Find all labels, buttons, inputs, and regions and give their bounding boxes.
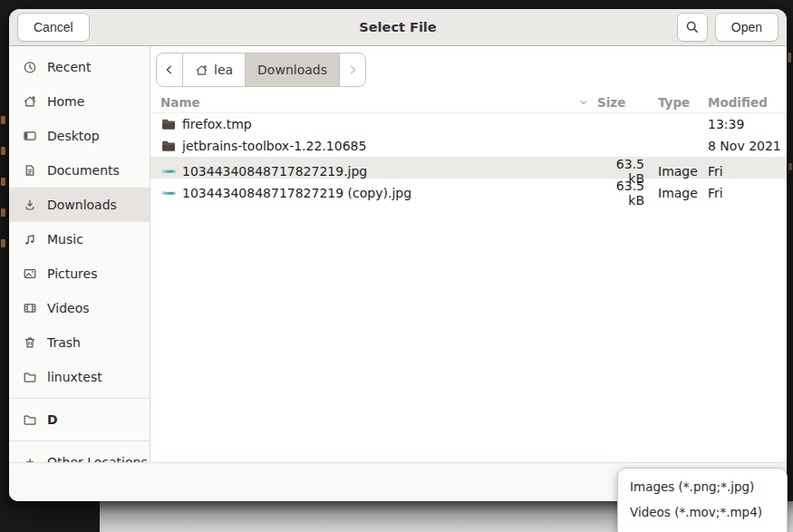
file-row-10344340848717827219-copy-jpg[interactable]: 10344340848717827219 (copy).jpg 63.5 kB … [150, 179, 787, 200]
pictures-icon [23, 266, 37, 281]
file-row-jetbrains-toolbox-1-22-10685[interactable]: jetbrains-toolbox-1.22.10685 8 Nov 2021 [150, 135, 787, 157]
sidebar-item-trash[interactable]: Trash [9, 325, 150, 360]
file-chooser-dialog: Select File Cancel Open [9, 9, 787, 501]
pathbar-row: lea Downloads [150, 46, 787, 92]
sidebar-item-label: Desktop [47, 129, 100, 143]
desktop-icon [23, 129, 37, 143]
column-header-type[interactable]: Type [644, 95, 708, 110]
pathbar-home-segment[interactable]: lea [183, 53, 246, 86]
folder-icon [23, 370, 37, 384]
cancel-button[interactable]: Cancel [17, 13, 90, 42]
file-modified: Fri [708, 186, 787, 200]
file-modified: 8 Nov 2021 [708, 139, 787, 153]
pathbar: lea Downloads [156, 53, 366, 87]
background-window-fragment [1, 239, 5, 247]
folder-icon [23, 412, 37, 427]
sidebar-item-label: Pictures [47, 266, 97, 281]
forward-button[interactable] [340, 53, 365, 86]
sidebar-item-label: linuxtest [47, 370, 102, 384]
image-icon [161, 164, 176, 179]
folder-file-icon [161, 117, 176, 131]
filter-option-label: Videos (*.mov;*.mp4) [630, 505, 762, 519]
sidebar-item-label: Trash [47, 335, 81, 350]
file-size: 63.5 kB [597, 179, 644, 208]
column-header-modified[interactable]: Modified [708, 95, 787, 110]
folder-file-icon [161, 139, 176, 153]
filter-option-images-png-jpg[interactable]: Images (*.png;*.jpg) [618, 474, 787, 499]
pathbar-current-label: Downloads [257, 63, 327, 77]
videos-icon [23, 301, 37, 315]
sidebar-item-documents[interactable]: Documents [9, 153, 150, 188]
sidebar-item-label: Downloads [47, 198, 117, 212]
file-name: jetbrains-toolbox-1.22.10685 [182, 139, 366, 153]
sidebar-separator [9, 440, 150, 441]
background-window-fragment [1, 116, 5, 124]
chevron-left-icon [163, 63, 176, 76]
list-header: Name Size Type Modified [150, 92, 787, 113]
sidebar-item-downloads[interactable]: Downloads [9, 188, 150, 222]
file-row-firefox-tmp[interactable]: firefox.tmp 13:39 [150, 113, 787, 135]
background-window-fragment [1, 147, 5, 155]
image-icon [161, 186, 176, 200]
screen: Select File Cancel Open [0, 0, 793, 532]
file-row-10344340848717827219-jpg[interactable]: 10344340848717827219.jpg 63.5 kB Image F… [150, 157, 787, 179]
file-type: Image [644, 186, 708, 200]
trash-icon [23, 335, 37, 350]
pathbar-home-label: lea [214, 63, 233, 77]
file-type: Image [644, 164, 708, 179]
sidebar-item-recent[interactable]: Recent [9, 50, 150, 84]
open-button[interactable]: Open [715, 13, 778, 42]
pathbar-current-segment[interactable]: Downloads [246, 53, 340, 86]
sidebar-item-desktop[interactable]: Desktop [9, 119, 150, 153]
sidebar-item-label: Home [47, 94, 84, 109]
sidebar-item-label: Documents [47, 163, 120, 178]
chevron-down-icon [578, 97, 589, 108]
headerbar: Select File Cancel Open [9, 9, 787, 46]
home-icon [195, 63, 208, 77]
places-sidebar: Recent Home Desktop [9, 46, 150, 462]
sidebar-item-label: Recent [47, 60, 91, 74]
sidebar-item-other-locations[interactable]: Other Locations [9, 445, 150, 462]
column-header-size[interactable]: Size [597, 95, 644, 110]
documents-icon [23, 163, 37, 178]
background-window-fragment [1, 208, 5, 217]
recent-icon [23, 60, 37, 74]
file-filter-popup: Images (*.png;*.jpg) Videos (*.mov;*.mp4… [617, 468, 788, 532]
sidebar-item-label: Videos [47, 301, 90, 315]
sidebar-item-home[interactable]: Home [9, 84, 150, 119]
sidebar-separator [9, 398, 150, 399]
file-name: 10344340848717827219.jpg [182, 164, 367, 179]
sidebar-item-label: D [47, 412, 58, 427]
background-window-fragment [1, 178, 5, 186]
file-name: firefox.tmp [182, 117, 252, 131]
sidebar-item-label: Other Locations [47, 455, 148, 462]
chevron-right-icon [346, 63, 359, 76]
sidebar-item-videos[interactable]: Videos [9, 291, 150, 325]
back-button[interactable] [157, 53, 183, 86]
filter-option-videos-mov-mp4[interactable]: Videos (*.mov;*.mp4) [618, 499, 787, 525]
dialog-title: Select File [9, 20, 787, 34]
column-header-name[interactable]: Name [150, 95, 597, 110]
dialog-body: Recent Home Desktop [9, 46, 787, 462]
sidebar-item-pictures[interactable]: Pictures [9, 256, 150, 291]
search-icon [685, 20, 700, 34]
sidebar-item-d[interactable]: D [9, 402, 150, 437]
sidebar-item-label: Music [47, 232, 83, 247]
filter-option-label: Images (*.png;*.jpg) [630, 479, 754, 494]
downloads-icon [23, 198, 37, 212]
sidebar-item-music[interactable]: Music [9, 222, 150, 256]
background-window-fragment [788, 53, 791, 63]
sidebar-item-linuxtest[interactable]: linuxtest [9, 360, 150, 394]
file-list: firefox.tmp 13:39 jetbrains-toolbox-1.22… [150, 113, 787, 462]
search-button[interactable] [677, 13, 708, 42]
file-browser: lea Downloads [150, 46, 787, 462]
music-icon [23, 232, 37, 247]
background-window-fragment [788, 163, 792, 170]
other-icon [23, 455, 37, 462]
home-icon [23, 94, 37, 109]
file-modified: Fri [708, 164, 787, 179]
file-name: 10344340848717827219 (copy).jpg [182, 186, 411, 200]
file-modified: 13:39 [708, 117, 787, 131]
